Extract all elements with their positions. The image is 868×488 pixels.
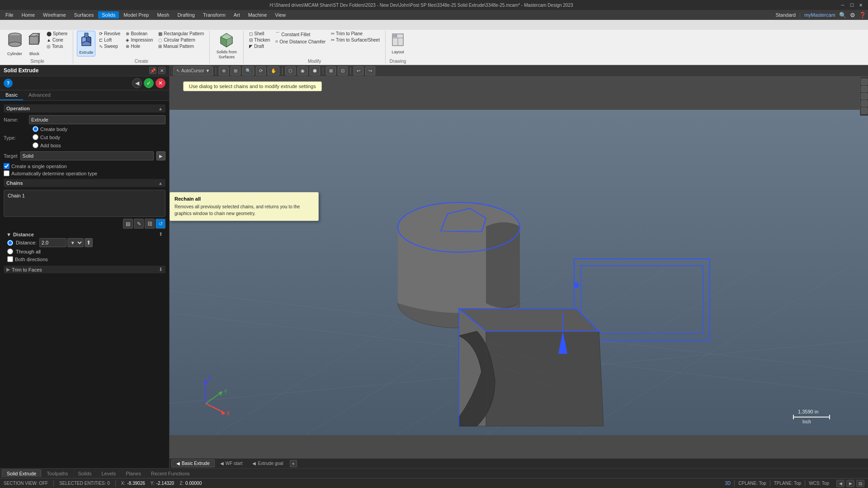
viewport-tab-wf-start[interactable]: ◀ WF start [216,460,247,467]
trim-plane-button[interactable]: ✂ Trim to Plane [329,31,382,37]
one-dist-chamfer-button[interactable]: ⌗ One Distance Chamfer [274,38,327,45]
through-all-radio[interactable] [7,249,13,254]
thicken-button[interactable]: ⊟ Thicken [247,37,272,43]
target-select-button[interactable]: ▶ [156,151,165,160]
menu-home[interactable]: Home [18,11,38,19]
menu-drafting[interactable]: Drafting [174,11,198,19]
status-btn-2[interactable]: ▶ [846,480,854,487]
name-input[interactable] [29,115,165,124]
grid-display-button[interactable]: ⊞ [231,66,241,75]
menu-solids[interactable]: Solids [98,11,119,19]
torus-button[interactable]: ◎ Torus [45,43,69,49]
rotate-button[interactable]: ⟳ [256,66,266,75]
menu-wireframe[interactable]: Wireframe [39,11,70,19]
viewport-tab-basic-extrude[interactable]: ◀ Basic Extrude [171,460,215,467]
menu-modelprep[interactable]: Model Prep [120,11,152,19]
bottom-tab-solid-extrude[interactable]: Solid Extrude [2,469,41,477]
hole-button[interactable]: ⊗ Hole [124,43,155,49]
extrude-button[interactable]: Extrude [77,31,95,56]
chain-add-button[interactable]: ⛓ [145,219,155,229]
revolve-button[interactable]: ⟳ Revolve [97,31,122,37]
solids-from-surfaces-button[interactable]: Solids from Surfaces [213,31,240,61]
autocursor-button[interactable]: ↖ AutoCursor ▼ [173,66,213,75]
menu-machine[interactable]: Machine [245,11,271,19]
settings-icon[interactable]: ⚙ [850,12,855,19]
add-boss-radio[interactable] [33,142,38,148]
rechain-all-button[interactable]: ↺ [156,219,165,229]
tab-advanced[interactable]: Advanced [23,90,56,100]
panel-close-button[interactable]: ✕ [158,67,165,74]
auto-determine-checkbox[interactable] [4,170,9,176]
boolean-button[interactable]: ⊕ Boolean [124,31,155,37]
undo-button[interactable]: ↩ [354,66,363,75]
circ-pattern-button[interactable]: ◌ Circular Pattern [156,37,206,43]
user-label[interactable]: myMastercam [804,12,835,18]
select-all-button[interactable]: ⊠ [326,66,336,75]
distance-unit-select[interactable]: ▼ [67,238,84,247]
back-button[interactable]: ◀ [132,78,142,88]
viewport-tab-extrude-goal[interactable]: ◀ Extrude goal [248,460,288,467]
panel-pin-button[interactable]: 📌 [149,67,156,74]
const-fillet-button[interactable]: ⌒ Constant Fillet [274,31,327,38]
rsb-btn-5[interactable] [861,108,868,114]
target-input[interactable] [20,151,154,160]
pan-button[interactable]: ✋ [268,66,279,75]
draft-button[interactable]: ◤ Draft [247,43,272,49]
both-directions-checkbox[interactable] [7,256,13,262]
wireframe-button[interactable]: ⬡ [285,66,296,75]
rsb-btn-2[interactable] [861,86,868,92]
manual-pattern-button[interactable]: ⊞ Manual Pattern [156,43,206,49]
single-op-checkbox[interactable] [4,163,9,169]
shell-button[interactable]: ◻ Shell [247,31,272,37]
bottom-tab-toolpaths[interactable]: Toolpaths [42,470,72,477]
chains-section-header[interactable]: Chains ▲ [4,179,165,187]
block-button[interactable]: Block [26,31,43,57]
rect-pattern-button[interactable]: ▦ Rectangular Pattern [156,31,206,37]
menu-file[interactable]: File [2,11,17,19]
trim-surface-button[interactable]: ✂ Trim to Surface/Sheet [329,37,382,43]
chain-grid-button[interactable]: ▤ [123,219,133,229]
edges-button[interactable]: ⬢ [310,66,320,75]
bottom-tab-planes[interactable]: Planes [121,470,146,477]
status-btn-1[interactable]: ◀ [836,480,844,487]
distance-section-header[interactable]: ▼ Distance ⬆ [4,230,165,238]
tab-basic[interactable]: Basic [0,90,23,100]
layout-button[interactable]: Layout [389,31,406,56]
bottom-tab-solids[interactable]: Solids [74,470,96,477]
bottom-tab-levels[interactable]: Levels [97,470,121,477]
distance-radio[interactable] [7,240,13,246]
menu-mesh[interactable]: Mesh [153,11,173,19]
search-icon[interactable]: 🔍 [839,12,846,19]
sphere-button[interactable]: ⬤ Sphere [45,31,69,37]
help-icon[interactable]: ❓ [859,12,866,19]
distance-input[interactable] [39,238,66,247]
zoom-button[interactable]: 🔍 [242,66,254,75]
status-btn-3[interactable]: ▤ [856,480,864,487]
cancel-button[interactable]: ✕ [156,78,165,88]
cylinder-button[interactable]: Cylinder [5,31,24,57]
viewport-tab-add-button[interactable]: + [290,460,297,467]
help-button[interactable]: ? [4,79,13,88]
restore-button[interactable]: ☐ [848,1,855,9]
bottom-tab-recent-functions[interactable]: Recent Functions [146,470,194,477]
deselect-button[interactable]: ⊡ [338,66,348,75]
menu-transform[interactable]: Transform [199,11,229,19]
cone-button[interactable]: ▲ Cone [45,37,69,43]
minimize-button[interactable]: ─ [839,1,846,9]
close-button[interactable]: ✕ [857,1,864,9]
operation-section-header[interactable]: Operation ▲ [4,104,165,113]
cut-body-radio[interactable] [33,134,38,140]
3d-scene[interactable]: Z Y X 1.3590 in Inch [170,77,868,468]
chain-edit-button[interactable]: ✎ [134,219,144,229]
rsb-btn-4[interactable] [861,100,868,107]
impression-button[interactable]: ◈ Impression [124,37,155,43]
loft-button[interactable]: ⊏ Loft [97,37,122,43]
menu-art[interactable]: Art [230,11,244,19]
create-body-radio[interactable] [33,126,38,132]
redo-button[interactable]: ↪ [365,66,375,75]
menu-view[interactable]: View [271,11,289,19]
snap-button[interactable]: ⊕ [219,66,229,75]
ok-button[interactable]: ✓ [144,78,154,88]
rsb-btn-1[interactable] [861,79,868,85]
shaded-button[interactable]: ◉ [297,66,308,75]
